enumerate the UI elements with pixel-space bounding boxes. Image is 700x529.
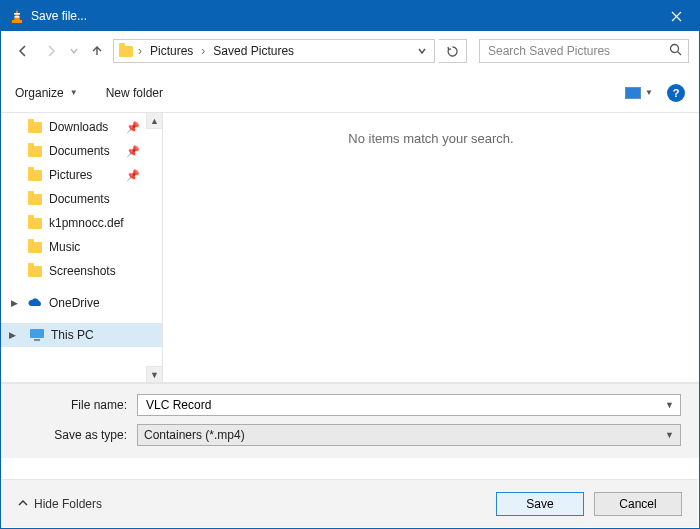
nav-tree: ▲ Downloads 📌 Documents 📌 Pictures 📌 bbox=[1, 113, 163, 382]
organize-label: Organize bbox=[15, 86, 64, 100]
tree-item-label: k1pmnocc.def bbox=[49, 216, 124, 230]
this-pc-icon bbox=[29, 327, 45, 343]
tree-item-thispc[interactable]: ▶ This PC bbox=[1, 323, 162, 347]
toolbar: Organize ▼ New folder ▼ ? bbox=[1, 73, 699, 113]
tree-item-label: This PC bbox=[51, 328, 94, 342]
up-button[interactable] bbox=[85, 39, 109, 63]
onedrive-icon bbox=[27, 297, 43, 309]
save-form: File name: ▼ Save as type: Containers (*… bbox=[1, 383, 699, 458]
scroll-up-button[interactable]: ▲ bbox=[146, 113, 162, 129]
titlebar: Save file... bbox=[1, 1, 699, 31]
address-bar[interactable]: › Pictures › Saved Pictures bbox=[113, 39, 435, 63]
folder-icon bbox=[27, 119, 43, 135]
folder-icon bbox=[27, 263, 43, 279]
svg-rect-7 bbox=[34, 339, 40, 341]
folder-icon bbox=[27, 167, 43, 183]
back-button[interactable] bbox=[11, 39, 35, 63]
folder-icon bbox=[27, 239, 43, 255]
hide-folders-label: Hide Folders bbox=[34, 497, 102, 511]
address-dropdown[interactable] bbox=[414, 44, 430, 58]
chevron-down-icon[interactable]: ▼ bbox=[659, 430, 674, 440]
pin-icon: 📌 bbox=[126, 145, 156, 158]
chevron-down-icon: ▼ bbox=[70, 88, 78, 97]
cancel-button[interactable]: Cancel bbox=[594, 492, 682, 516]
type-label: Save as type: bbox=[19, 428, 137, 442]
search-box[interactable] bbox=[479, 39, 689, 63]
tree-group-onedrive[interactable]: ▶ OneDrive bbox=[1, 291, 162, 315]
folder-icon bbox=[27, 143, 43, 159]
tree-item-downloads[interactable]: Downloads 📌 bbox=[1, 115, 162, 139]
breadcrumb[interactable]: Saved Pictures bbox=[209, 44, 298, 58]
chevron-down-icon: ▼ bbox=[645, 88, 653, 97]
tree-item-label: Screenshots bbox=[49, 264, 116, 278]
organize-menu[interactable]: Organize ▼ bbox=[15, 86, 78, 100]
footer: Hide Folders Save Cancel bbox=[2, 479, 698, 527]
tree-item-label: Pictures bbox=[49, 168, 92, 182]
filename-field[interactable]: ▼ bbox=[137, 394, 681, 416]
chevron-down-icon[interactable]: ▼ bbox=[659, 400, 674, 410]
main-area: ▲ Downloads 📌 Documents 📌 Pictures 📌 bbox=[1, 113, 699, 383]
chevron-right-icon: › bbox=[199, 44, 207, 58]
nav-row: › Pictures › Saved Pictures bbox=[1, 31, 699, 67]
search-input[interactable] bbox=[486, 43, 669, 59]
svg-rect-2 bbox=[15, 16, 20, 18]
svg-line-5 bbox=[678, 52, 682, 56]
tree-item-k1pmnocc[interactable]: k1pmnocc.def bbox=[1, 211, 162, 235]
tree-item-pictures[interactable]: Pictures 📌 bbox=[1, 163, 162, 187]
breadcrumb[interactable]: Pictures bbox=[146, 44, 197, 58]
vlc-icon bbox=[9, 8, 25, 24]
tree-item-documents[interactable]: Documents 📌 bbox=[1, 139, 162, 163]
search-icon bbox=[669, 43, 682, 59]
tree-item-music[interactable]: Music bbox=[1, 235, 162, 259]
folder-icon bbox=[27, 191, 43, 207]
close-button[interactable] bbox=[653, 1, 699, 31]
pin-icon: 📌 bbox=[126, 169, 156, 182]
window-title: Save file... bbox=[31, 9, 87, 23]
tree-item-label: Music bbox=[49, 240, 80, 254]
file-list[interactable]: No items match your search. bbox=[163, 113, 699, 382]
type-value: Containers (*.mp4) bbox=[144, 428, 659, 442]
view-icon bbox=[625, 87, 641, 99]
refresh-button[interactable] bbox=[439, 39, 467, 63]
folder-icon bbox=[118, 43, 134, 59]
save-button-label: Save bbox=[526, 497, 553, 511]
filename-input[interactable] bbox=[144, 397, 659, 413]
svg-point-4 bbox=[671, 45, 679, 53]
type-field[interactable]: Containers (*.mp4) ▼ bbox=[137, 424, 681, 446]
svg-rect-6 bbox=[30, 329, 44, 338]
chevron-right-icon: ▶ bbox=[11, 298, 21, 308]
save-button[interactable]: Save bbox=[496, 492, 584, 516]
history-dropdown[interactable] bbox=[67, 47, 81, 55]
scroll-down-button[interactable]: ▼ bbox=[146, 366, 162, 382]
forward-button[interactable] bbox=[39, 39, 63, 63]
chevron-right-icon: › bbox=[136, 44, 144, 58]
new-folder-label: New folder bbox=[106, 86, 163, 100]
tree-item-label: Documents bbox=[49, 144, 110, 158]
tree-item-screenshots[interactable]: Screenshots bbox=[1, 259, 162, 283]
help-button[interactable]: ? bbox=[667, 84, 685, 102]
folder-icon bbox=[27, 215, 43, 231]
empty-message: No items match your search. bbox=[348, 131, 513, 146]
tree-item-label: Downloads bbox=[49, 120, 108, 134]
tree-item-label: OneDrive bbox=[49, 296, 100, 310]
chevron-up-icon bbox=[18, 497, 28, 511]
view-mode-button[interactable]: ▼ bbox=[625, 87, 653, 99]
new-folder-button[interactable]: New folder bbox=[106, 86, 163, 100]
svg-rect-3 bbox=[12, 20, 22, 23]
filename-label: File name: bbox=[19, 398, 137, 412]
chevron-right-icon: ▶ bbox=[9, 330, 19, 340]
cancel-button-label: Cancel bbox=[619, 497, 656, 511]
tree-item-documents-2[interactable]: Documents bbox=[1, 187, 162, 211]
tree-item-label: Documents bbox=[49, 192, 110, 206]
svg-rect-1 bbox=[14, 13, 20, 15]
hide-folders-toggle[interactable]: Hide Folders bbox=[18, 497, 102, 511]
